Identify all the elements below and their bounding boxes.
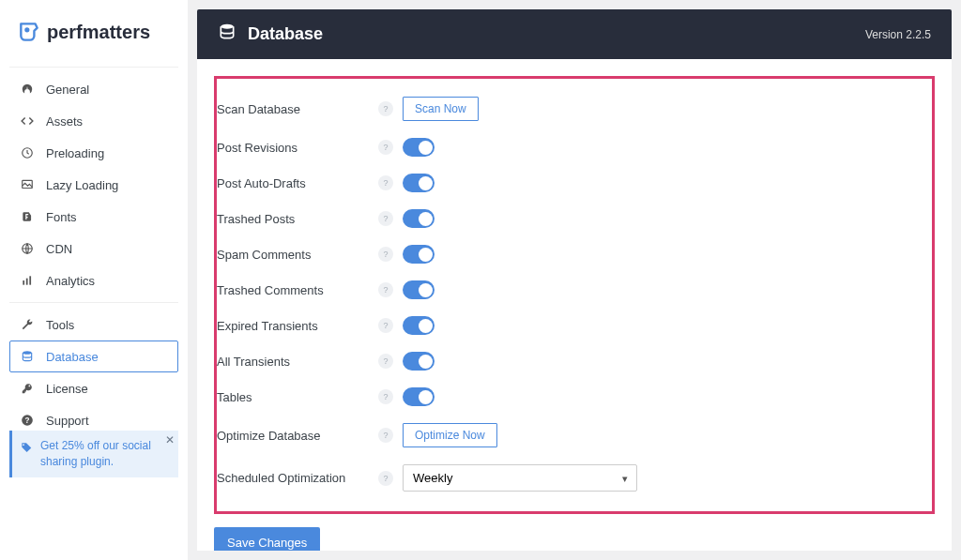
image-icon — [20, 177, 35, 192]
sidebar-item-assets[interactable]: Assets — [9, 105, 178, 137]
svg-rect-6 — [29, 276, 31, 284]
nav-label: Preloading — [46, 146, 104, 160]
post-revisions-label: Post Revisions — [217, 141, 378, 155]
tables-toggle[interactable] — [403, 387, 435, 406]
sidebar-item-general[interactable]: General — [9, 73, 178, 105]
help-icon[interactable]: ? — [378, 140, 393, 155]
brand-icon — [17, 20, 41, 44]
help-icon[interactable]: ? — [378, 389, 393, 404]
help-icon[interactable]: ? — [378, 282, 393, 297]
tables-label: Tables — [217, 390, 378, 404]
page-title: Database — [248, 24, 323, 44]
svg-rect-5 — [26, 279, 28, 285]
database-icon — [218, 23, 236, 46]
post-auto-drafts-label: Post Auto-Drafts — [217, 176, 378, 190]
version-text: Version 2.2.5 — [865, 28, 931, 41]
help-icon[interactable]: ? — [378, 318, 393, 333]
sidebar-item-cdn[interactable]: CDN — [9, 233, 178, 265]
trashed-comments-label: Trashed Comments — [217, 283, 378, 297]
dashboard-icon — [20, 82, 35, 97]
help-icon[interactable]: ? — [378, 101, 393, 116]
scan-database-label: Scan Database — [217, 102, 378, 116]
post-revisions-toggle[interactable] — [403, 138, 435, 157]
brand-logo: perfmatters — [9, 14, 178, 61]
brand-name: perfmatters — [47, 22, 150, 43]
sidebar-item-tools[interactable]: Tools — [9, 309, 178, 341]
help-icon[interactable]: ? — [378, 428, 393, 443]
question-icon: ? — [20, 413, 35, 428]
nav-label: License — [46, 382, 88, 396]
help-icon[interactable]: ? — [378, 247, 393, 262]
expired-transients-label: Expired Transients — [217, 319, 378, 333]
expired-transients-toggle[interactable] — [403, 316, 435, 335]
svg-point-10 — [221, 24, 233, 29]
sidebar-item-fonts[interactable]: Fonts — [9, 201, 178, 233]
sidebar: perfmatters General Assets Preloading — [0, 0, 188, 560]
page-header: Database Version 2.2.5 — [197, 9, 952, 59]
sidebar-item-license[interactable]: License — [9, 372, 178, 404]
sidebar-item-lazy-loading[interactable]: Lazy Loading — [9, 169, 178, 201]
svg-point-0 — [25, 28, 28, 31]
post-auto-drafts-toggle[interactable] — [403, 174, 435, 192]
promo-close-icon[interactable]: ✕ — [165, 432, 175, 448]
spam-comments-label: Spam Comments — [217, 248, 378, 262]
nav-label: CDN — [46, 242, 72, 256]
code-icon — [20, 114, 35, 129]
nav-label: Assets — [46, 114, 83, 129]
all-transients-toggle[interactable] — [403, 352, 435, 371]
highlighted-settings-box: Scan Database ? Scan Now Post Revisions … — [214, 76, 935, 514]
help-icon[interactable]: ? — [378, 471, 393, 486]
trashed-comments-toggle[interactable] — [403, 280, 435, 299]
nav-label: Tools — [46, 318, 74, 332]
globe-icon — [20, 241, 35, 256]
promo-banner: Get 25% off our social sharing plugin. ✕ — [9, 431, 178, 477]
save-changes-button[interactable]: Save Changes — [214, 527, 320, 551]
nav-label: Support — [46, 414, 89, 428]
scheduled-optimization-label: Scheduled Optimization — [217, 471, 378, 485]
trashed-posts-toggle[interactable] — [403, 209, 435, 228]
nav-label: Analytics — [46, 274, 95, 288]
chart-icon — [20, 273, 35, 288]
tag-icon — [20, 442, 33, 460]
nav-label: Fonts — [46, 210, 77, 224]
svg-rect-4 — [23, 280, 24, 285]
help-icon[interactable]: ? — [378, 175, 393, 190]
promo-link[interactable]: Get 25% off our social sharing plugin. — [40, 439, 151, 468]
trashed-posts-label: Trashed Posts — [217, 212, 378, 226]
font-icon — [20, 209, 35, 224]
all-transients-label: All Transients — [217, 355, 378, 369]
spam-comments-toggle[interactable] — [403, 245, 435, 264]
help-icon[interactable]: ? — [378, 354, 393, 369]
nav-label: General — [46, 83, 89, 97]
scan-now-button[interactable]: Scan Now — [403, 97, 479, 121]
nav-label: Database — [46, 350, 99, 364]
main: Database Version 2.2.5 Scan Database ? S… — [188, 0, 961, 560]
wrench-icon — [20, 317, 35, 332]
sidebar-item-database[interactable]: Database — [9, 341, 178, 372]
scheduled-optimization-select[interactable]: Weekly — [403, 464, 637, 492]
optimize-database-label: Optimize Database — [217, 429, 378, 443]
key-icon — [20, 381, 35, 396]
optimize-now-button[interactable]: Optimize Now — [403, 423, 497, 447]
svg-text:?: ? — [25, 416, 30, 425]
svg-point-7 — [23, 351, 31, 355]
sidebar-item-preloading[interactable]: Preloading — [9, 137, 178, 169]
help-icon[interactable]: ? — [378, 211, 393, 226]
database-icon — [20, 349, 35, 364]
sidebar-item-analytics[interactable]: Analytics — [9, 265, 178, 296]
clock-icon — [20, 145, 35, 160]
nav-label: Lazy Loading — [46, 178, 118, 192]
